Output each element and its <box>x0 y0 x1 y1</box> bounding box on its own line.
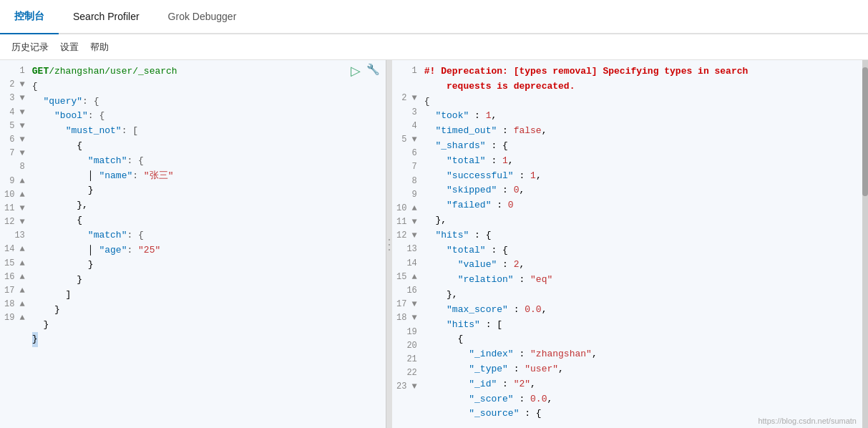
editor-toolbar: ▷ 🔧 <box>351 63 380 79</box>
editor-line-11: { <box>32 213 383 228</box>
response-line-6: "total" : 1, <box>424 154 854 169</box>
response-pane: 1 2 ▼ 3 4 5 ▼ 6 7 8 9 10 ▲ 11 ▼ 12 ▼ 13 … <box>392 60 868 428</box>
response-line-9: "failed" : 0 <box>424 198 854 213</box>
response-line-21: "_id" : "2", <box>424 377 854 392</box>
response-line-7: "successful" : 1, <box>424 169 854 184</box>
editor-code-area[interactable]: 1 2 ▼ 3 ▼ 4 ▼ 5 ▼ 6 ▼ 7 ▼ 8 9 ▲ 10 ▲ 11 … <box>0 60 386 428</box>
response-line-12: "total" : { <box>424 243 854 258</box>
editor-line-1: GET /zhangshan/user/_search <box>32 64 383 79</box>
editor-line-14: } <box>32 258 383 273</box>
response-line-3: "took" : 1, <box>424 109 854 124</box>
response-scrollbar-thumb <box>862 67 868 196</box>
editor-line-18: } <box>32 318 383 333</box>
editor-line-5: "must_not": [ <box>32 124 383 139</box>
response-line-22: "_score" : 0.0, <box>424 392 854 407</box>
response-line-17: "hits" : [ <box>424 318 854 333</box>
main-content: ▷ 🔧 1 2 ▼ 3 ▼ 4 ▼ 5 ▼ 6 ▼ 7 ▼ 8 9 ▲ 10 ▲… <box>0 60 868 428</box>
pane-divider[interactable]: ⋮ <box>386 60 392 428</box>
editor-line-19: } <box>32 332 383 347</box>
response-line-1: #! Deprecation: [types removal] Specifyi… <box>424 64 854 79</box>
editor-pane: ▷ 🔧 1 2 ▼ 3 ▼ 4 ▼ 5 ▼ 6 ▼ 7 ▼ 8 9 ▲ 10 ▲… <box>0 60 386 428</box>
response-line-1-cont: requests is deprecated. <box>424 79 854 94</box>
editor-line-7: "match": { <box>32 154 383 169</box>
editor-line-2: { <box>32 79 383 94</box>
editor-line-6: { <box>32 139 383 154</box>
tab-console[interactable]: 控制台 <box>0 0 59 34</box>
response-line-10: }, <box>424 213 854 228</box>
help-button[interactable]: 帮助 <box>90 41 109 54</box>
response-line-13: "value" : 2, <box>424 258 854 273</box>
editor-line-4: "bool": { <box>32 109 383 124</box>
editor-line-12: "match": { <box>32 228 383 243</box>
response-line-11: "hits" : { <box>424 228 854 243</box>
response-line-8: "skipped" : 0, <box>424 183 854 198</box>
editor-line-15: } <box>32 273 383 288</box>
response-line-2: { <box>424 94 854 110</box>
tab-search-profiler[interactable]: Search Profiler <box>59 0 154 34</box>
editor-line-numbers: 1 2 ▼ 3 ▼ 4 ▼ 5 ▼ 6 ▼ 7 ▼ 8 9 ▲ 10 ▲ 11 … <box>0 63 29 428</box>
settings-button[interactable]: 设置 <box>60 41 79 54</box>
watermark: https://blog.csdn.net/sumatn <box>758 417 857 425</box>
response-line-16: "max_score" : 0.0, <box>424 303 854 318</box>
editor-line-13: │ "age": "25" <box>32 243 383 258</box>
secondary-toolbar: 历史记录 设置 帮助 <box>0 34 868 60</box>
editor-line-3: "query": { <box>32 94 383 110</box>
response-scrollbar[interactable] <box>862 60 868 428</box>
response-code-area[interactable]: 1 2 ▼ 3 4 5 ▼ 6 7 8 9 10 ▲ 11 ▼ 12 ▼ 13 … <box>392 60 868 428</box>
response-code-lines: #! Deprecation: [types removal] Specifyi… <box>421 63 857 428</box>
response-line-19: "_index" : "zhangshan", <box>424 347 854 362</box>
response-line-20: "_type" : "user", <box>424 362 854 377</box>
response-line-4: "timed_out" : false, <box>424 124 854 139</box>
editor-line-9: } <box>32 183 383 198</box>
response-line-14: "relation" : "eq" <box>424 273 854 288</box>
run-icon[interactable]: ▷ <box>351 63 361 79</box>
top-nav: 控制台 Search Profiler Grok Debugger <box>0 0 868 34</box>
wrench-icon[interactable]: 🔧 <box>366 63 380 79</box>
editor-line-17: } <box>32 303 383 318</box>
tab-grok-debugger[interactable]: Grok Debugger <box>154 0 251 34</box>
response-line-numbers: 1 2 ▼ 3 4 5 ▼ 6 7 8 9 10 ▲ 11 ▼ 12 ▼ 13 … <box>392 63 421 428</box>
editor-code-lines: GET /zhangshan/user/_search { "query": {… <box>29 63 386 428</box>
editor-line-16: ] <box>32 288 383 303</box>
response-line-15: }, <box>424 288 854 303</box>
response-line-5: "_shards" : { <box>424 139 854 154</box>
editor-line-8: │ "name": "张三" <box>32 169 383 184</box>
editor-line-10: }, <box>32 198 383 213</box>
history-button[interactable]: 历史记录 <box>11 41 49 54</box>
response-line-18: { <box>424 332 854 347</box>
